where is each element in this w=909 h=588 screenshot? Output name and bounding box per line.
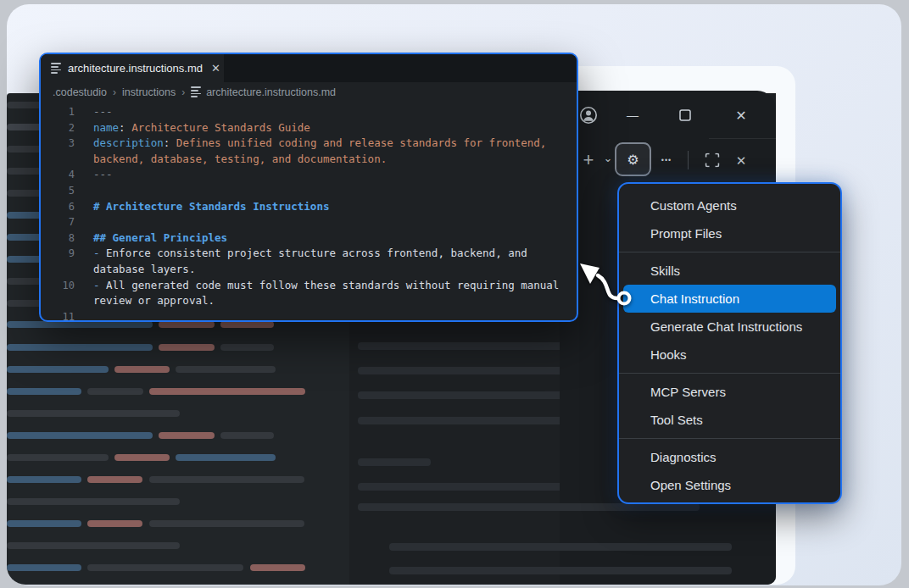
code-text — [75, 183, 93, 199]
code-token: --- — [93, 105, 113, 118]
markdown-file-icon — [51, 63, 61, 73]
line-number: 9 — [41, 246, 75, 262]
menu-item-hooks[interactable]: Hooks — [619, 341, 840, 369]
breadcrumb-item[interactable]: .codestudio — [53, 86, 107, 98]
code-text: - All generated code must follow these s… — [75, 278, 559, 294]
code-line: 6# Architecture Standards Instructions — [41, 199, 577, 215]
code-token: --- — [93, 168, 113, 180]
skeleton-bar — [7, 388, 81, 395]
chevron-down-icon[interactable]: ⌄ — [604, 153, 613, 164]
code-token: Architecture Standards Guide — [131, 121, 310, 134]
maximize-button[interactable] — [679, 109, 691, 121]
skeleton-bar — [7, 366, 109, 373]
line-number — [41, 262, 75, 278]
menu-item-mcp-servers[interactable]: MCP Servers — [619, 378, 840, 406]
skeleton-bar — [176, 366, 276, 373]
code-text — [75, 309, 93, 322]
skeleton-bar — [87, 564, 243, 571]
line-number: 10 — [41, 278, 75, 294]
code-text: review or approval. — [75, 293, 215, 309]
screenshot-canvas: — ✕ + ⌄ ⚙ ••• ✕ archit — [0, 0, 909, 588]
skeleton-bar — [358, 458, 431, 466]
breadcrumb-separator: › — [113, 86, 116, 98]
code-token: name — [93, 121, 119, 134]
annotation-arrow — [560, 246, 661, 322]
code-line: 4--- — [41, 167, 577, 183]
skeleton-bar — [7, 432, 153, 439]
line-number: 1 — [41, 104, 75, 120]
code-area: 1---2name: Architecture Standards Guide3… — [41, 102, 577, 322]
expand-icon[interactable] — [705, 153, 720, 168]
skeleton-bar — [7, 564, 81, 571]
code-token: : — [119, 121, 131, 134]
skeleton-bar — [7, 344, 153, 351]
skeleton-bar — [87, 476, 142, 483]
code-line: review or approval. — [41, 293, 577, 309]
line-number: 8 — [41, 230, 75, 247]
menu-item-custom-agents[interactable]: Custom Agents — [619, 191, 840, 219]
line-number — [41, 293, 75, 309]
menu-separator — [619, 438, 840, 439]
code-token: Defines unified coding and release stand… — [176, 136, 547, 149]
code-token: - — [93, 279, 106, 291]
breadcrumb: .codestudio›instructions›architecture.in… — [41, 82, 577, 102]
skeleton-bar — [114, 366, 170, 373]
account-icon[interactable] — [579, 105, 599, 125]
editor-tabstrip: architecture.instructions.md ✕ — [41, 54, 577, 82]
skeleton-bar — [159, 321, 215, 328]
breadcrumb-label: instructions — [122, 86, 176, 98]
skeleton-bar — [389, 567, 732, 574]
tab-close-icon[interactable]: ✕ — [211, 62, 220, 75]
breadcrumb-item[interactable]: architecture.instructions.md — [191, 86, 336, 98]
close-button[interactable]: ✕ — [735, 107, 746, 123]
menu-item-open-settings[interactable]: Open Settings — [619, 471, 840, 499]
skeleton-bar — [389, 543, 732, 551]
menu-item-prompt-files[interactable]: Prompt Files — [619, 219, 840, 247]
markdown-file-icon — [191, 86, 201, 97]
settings-menu: Custom AgentsPrompt FilesSkillsChat Inst… — [617, 182, 842, 504]
code-token: - — [93, 247, 106, 259]
code-text: backend, database, testing, and document… — [75, 152, 387, 168]
skeleton-bar — [220, 344, 274, 351]
window-titlebar: — ✕ — [560, 91, 776, 139]
code-text: name: Architecture Standards Guide — [75, 120, 310, 136]
line-number: 2 — [41, 120, 75, 136]
skeleton-bar — [149, 388, 305, 395]
minimize-button[interactable]: — — [627, 108, 639, 122]
code-line: 8## General Principles — [41, 230, 577, 247]
chat-toolbar: + ⌄ ⚙ ••• ✕ — [560, 140, 776, 180]
menu-item-diagnostics[interactable]: Diagnostics — [619, 443, 840, 471]
skeleton-bar — [220, 432, 274, 439]
code-token: All generated code must follow these sta… — [106, 279, 559, 291]
skeleton-bar — [159, 432, 215, 439]
menu-separator — [619, 373, 840, 374]
code-token: database layers. — [93, 263, 195, 275]
skeleton-bar — [87, 520, 142, 527]
code-token: review or approval. — [93, 294, 215, 307]
editor-tab[interactable]: architecture.instructions.md ✕ — [41, 54, 224, 82]
breadcrumb-separator: › — [181, 86, 185, 98]
skeleton-bar — [159, 344, 215, 351]
skeleton-bar — [149, 520, 304, 527]
code-text: --- — [75, 104, 113, 120]
skeleton-bar — [7, 454, 109, 461]
close-panel-button[interactable]: ✕ — [736, 154, 747, 167]
skeleton-bar — [220, 321, 274, 328]
settings-gear-button[interactable]: ⚙ — [615, 142, 651, 176]
code-token: description — [93, 136, 164, 149]
more-options-button[interactable]: ••• — [661, 157, 672, 164]
line-number: 3 — [41, 136, 75, 152]
skeleton-bar — [7, 498, 180, 505]
new-chat-button[interactable]: + — [583, 151, 594, 169]
code-text: --- — [75, 167, 113, 183]
breadcrumb-item[interactable]: instructions — [122, 86, 176, 98]
skeleton-bar — [149, 476, 304, 483]
code-token: # Architecture Standards Instructions — [93, 200, 329, 213]
skeleton-bar — [7, 476, 81, 483]
code-text: ## General Principles — [75, 230, 227, 247]
code-line: 5 — [41, 183, 577, 199]
menu-item-tool-sets[interactable]: Tool Sets — [619, 406, 840, 434]
line-number: 5 — [41, 183, 75, 199]
line-number: 11 — [41, 309, 75, 322]
code-text: database layers. — [75, 262, 195, 278]
